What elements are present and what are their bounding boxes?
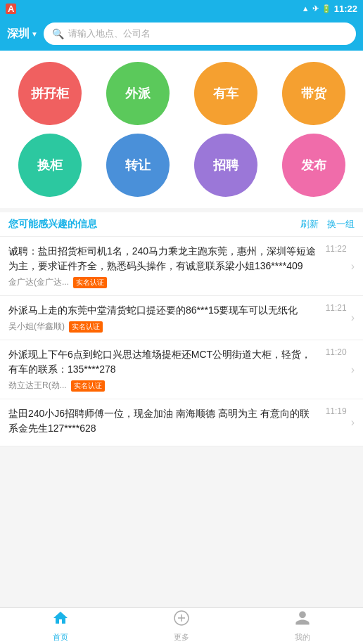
feed-author-3: 劲立达王R(劲... [8,380,67,392]
btn-zhaopin[interactable]: 招聘 [194,134,257,197]
bottom-nav: 首页 更多 我的 [0,607,363,644]
search-placeholder: 请输入地点、公司名 [68,27,151,40]
battery-icon: 🔋 [321,4,331,13]
home-icon [52,610,69,631]
feed-text-4: 盐田240小J6招聘师傅一位，现金加油 南海顺德 高明为主 有意向的联系金先生1… [8,406,317,436]
list-item[interactable]: 诚聘：盐田招货柜司机1名，240马力乘龙主跑东莞，惠州，深圳等短途为主，要求证件… [0,237,363,296]
verified-badge-3: 实名认证 [71,380,105,392]
chevron-down-icon: ▼ [31,30,38,38]
nav-profile-label: 我的 [295,632,310,643]
nav-more-label: 更多 [174,632,189,643]
btn-daihuo[interactable]: 带货 [282,62,345,125]
search-bar[interactable]: 🔍 请输入地点、公司名 [44,22,356,45]
list-item[interactable]: 外派现上下午6点到蛇口兴思达堆场提柜还MCT公明街道大柜，轻货，有车的联系：13… [0,340,363,399]
grid-row-2: 换柜 转让 招聘 发布 [6,134,357,197]
grid-row-1: 拼孖柜 外派 有车 带货 [6,62,357,125]
feed-meta-1: 金广达(金广达... 实名认证 [8,276,317,288]
search-icon: 🔍 [52,28,64,39]
change-group-button[interactable]: 换一组 [327,218,355,231]
feed-time-2: 11:21 [321,303,347,313]
interest-title: 您可能感兴趣的信息 [8,218,97,231]
feed-arrow-1: › [351,260,355,273]
city-selector[interactable]: 深圳 ▼ [7,27,38,41]
feed-meta-2: 吴小姐(华鑫顺) 实名认证 [8,321,317,333]
interest-header: 您可能感兴趣的信息 刷新 换一组 [0,212,363,237]
list-item[interactable]: 外派马上走的东莞中堂清货蛇口提还要的86***15要现车可以无纸化 吴小姐(华鑫… [0,296,363,340]
feed-content-2: 外派马上走的东莞中堂清货蛇口提还要的86***15要现车可以无纸化 吴小姐(华鑫… [8,303,317,333]
feed-meta-3: 劲立达王R(劲... 实名认证 [8,380,317,392]
feed-author-2: 吴小姐(华鑫顺) [8,321,65,333]
feed-author-1: 金广达(金广达... [8,276,69,288]
btn-huangui[interactable]: 换柜 [18,134,82,197]
grid-section: 拼孖柜 外派 有车 带货 换柜 转让 招聘 发布 [0,51,363,208]
btn-pinjia[interactable]: 拼孖柜 [18,62,82,125]
btn-fabu[interactable]: 发布 [282,134,345,197]
header: 深圳 ▼ 🔍 请输入地点、公司名 [0,17,363,51]
verified-badge-1: 实名认证 [73,277,107,288]
nav-home[interactable]: 首页 [0,610,121,643]
status-bar: A ▲ ✈ 🔋 11:22 [0,0,363,17]
nav-home-label: 首页 [53,632,68,643]
feed-list: 诚聘：盐田招货柜司机1名，240马力乘龙主跑东莞，惠州，深圳等短途为主，要求证件… [0,237,363,446]
nav-profile[interactable]: 我的 [242,610,363,643]
verified-badge-2: 实名认证 [69,321,103,333]
list-item[interactable]: 盐田240小J6招聘师傅一位，现金加油 南海顺德 高明为主 有意向的联系金先生1… [0,399,363,446]
status-icons: ▲ ✈ 🔋 11:22 [302,4,357,14]
feed-text-2: 外派马上走的东莞中堂清货蛇口提还要的86***15要现车可以无纸化 [8,303,317,318]
btn-zhuanrang[interactable]: 转让 [106,134,170,197]
city-name: 深圳 [7,27,30,41]
feed-arrow-4: › [351,416,355,429]
plus-circle-icon [173,610,190,631]
wifi-icon: ✈ [312,4,319,13]
time-display: 11:22 [334,4,357,14]
person-icon [294,610,311,631]
btn-youche[interactable]: 有车 [194,62,257,125]
btn-waipai[interactable]: 外派 [106,62,170,125]
feed-arrow-3: › [351,363,355,376]
nav-more[interactable]: 更多 [121,610,242,643]
refresh-button[interactable]: 刷新 [300,218,319,231]
feed-time-4: 11:19 [321,406,347,416]
signal-icon: ▲ [302,4,310,13]
status-app-icon: A [6,4,16,14]
interest-actions: 刷新 换一组 [300,218,355,231]
feed-content-1: 诚聘：盐田招货柜司机1名，240马力乘龙主跑东莞，惠州，深圳等短途为主，要求证件… [8,244,317,288]
feed-text-3: 外派现上下午6点到蛇口兴思达堆场提柜还MCT公明街道大柜，轻货，有车的联系：13… [8,347,317,377]
feed-time-1: 11:22 [321,244,347,254]
feed-arrow-2: › [351,311,355,324]
feed-time-3: 11:20 [321,347,347,357]
feed-content-4: 盐田240小J6招聘师傅一位，现金加油 南海顺德 高明为主 有意向的联系金先生1… [8,406,317,439]
feed-content-3: 外派现上下午6点到蛇口兴思达堆场提柜还MCT公明街道大柜，轻货，有车的联系：13… [8,347,317,392]
feed-text-1: 诚聘：盐田招货柜司机1名，240马力乘龙主跑东莞，惠州，深圳等短途为主，要求证件… [8,244,317,273]
